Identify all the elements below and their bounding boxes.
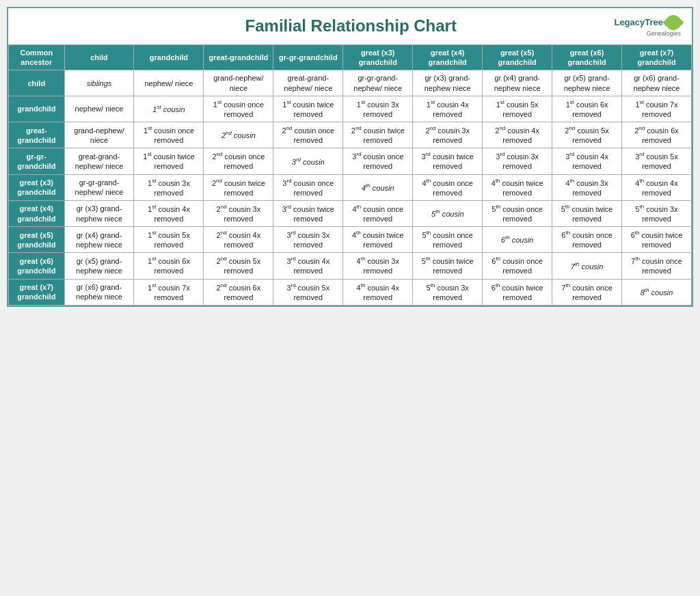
cell-6-7: 6th cousin once removed [552, 227, 622, 253]
cell-0-6: gr (x4) grand-nephew niece [483, 70, 552, 96]
cell-6-3: 3rd cousin 3x removed [273, 227, 343, 253]
cell-7-8: 7th cousin once removed [622, 253, 692, 279]
cell-3-0: great-grand-nephew/ niece [64, 148, 134, 174]
cell-8-4: 4th cousin 4x removed [343, 279, 413, 305]
cell-2-2: 2nd cousin [204, 122, 273, 148]
cell-6-8: 6th cousin twice removed [622, 227, 692, 253]
cell-5-2: 2nd cousin 3x removed [204, 200, 273, 226]
table-row: great-grandchildgrand-nephew/ niece1st c… [9, 122, 692, 148]
table-row: great (x6) grandchildgr (x5) grand-nephe… [9, 253, 692, 279]
cell-3-7: 3rd cousin 4x removed [552, 148, 622, 174]
cell-1-2: 1st cousin once removed [204, 96, 273, 122]
cell-1-3: 1st cousin twice removed [273, 96, 343, 122]
cell-8-7: 7th cousin once removed [552, 279, 622, 305]
cell-7-3: 3rd cousin 4x removed [273, 253, 343, 279]
cell-0-2: grand-nephew/ niece [204, 70, 273, 96]
row-header-2: great-grandchild [9, 122, 65, 148]
cell-2-3: 2nd cousin once removed [273, 122, 343, 148]
cell-8-3: 3rd cousin 5x removed [273, 279, 343, 305]
cell-0-0: siblings [64, 70, 134, 96]
cell-3-8: 3rd cousin 5x removed [622, 148, 692, 174]
row-header-0: child [9, 70, 65, 96]
header-col-9: great (x7) grandchild [622, 44, 692, 70]
cell-3-5: 3rd cousin twice removed [413, 148, 483, 174]
cell-4-7: 4th cousin 3x removed [552, 174, 622, 200]
cell-5-8: 5th cousin 3x removed [622, 200, 692, 226]
cell-6-4: 4th cousin twice removed [343, 227, 413, 253]
cell-5-1: 1st cousin 4x removed [134, 200, 204, 226]
cell-1-8: 1st cousin 7x removed [622, 96, 692, 122]
cell-5-0: gr (x3) grand-nephew niece [64, 200, 134, 226]
row-header-1: grandchild [9, 96, 65, 122]
cell-5-3: 3rd cousin twice removed [273, 200, 343, 226]
cell-5-6: 5th cousin once removed [483, 200, 552, 226]
row-header-3: gr-gr-grandchild [9, 148, 65, 174]
cell-4-1: 1st cousin 3x removed [134, 174, 204, 200]
cell-3-1: 1st cousin twice removed [134, 148, 204, 174]
cell-6-6: 6th cousin [483, 227, 552, 253]
cell-8-8: 8th cousin [622, 279, 692, 305]
cell-1-0: nephew/ niece [64, 96, 134, 122]
cell-7-1: 1st cousin 6x removed [134, 253, 204, 279]
cell-7-7: 7th cousin [552, 253, 622, 279]
cell-6-2: 2nd cousin 4x removed [204, 227, 273, 253]
cell-1-4: 1st cousin 3x removed [343, 96, 413, 122]
chart-title: Familial Relationship Chart [88, 16, 614, 36]
cell-3-6: 3rd cousin 3x removed [483, 148, 552, 174]
row-header-8: great (x7) grandchild [9, 279, 65, 305]
cell-3-4: 3rd cousin once removed [343, 148, 413, 174]
cell-2-8: 2nd cousin 6x removed [622, 122, 692, 148]
logo-sub: Genealogies [646, 30, 681, 38]
cell-4-8: 4th cousin 4x removed [622, 174, 692, 200]
row-header-5: great (x4) grandchild [9, 200, 65, 226]
cell-3-2: 2nd cousin once removed [204, 148, 273, 174]
chart-header: Familial Relationship Chart LegacyTree G… [8, 8, 692, 44]
header-col-4: gr-gr-grandchild [273, 44, 343, 70]
logo-name: LegacyTree [614, 17, 663, 28]
row-header-4: great (x3) grandchild [9, 174, 65, 200]
cell-0-4: gr-gr-grand-nephew/ niece [343, 70, 413, 96]
cell-8-1: 1st cousin 7x removed [134, 279, 204, 305]
table-row: great (x7) grandchildgr (x6) grand-nephe… [9, 279, 692, 305]
cell-0-8: gr (x6) grand-nephew niece [622, 70, 692, 96]
cell-4-5: 4th cousin once removed [413, 174, 483, 200]
cell-8-2: 2nd cousin 6x removed [204, 279, 273, 305]
cell-7-5: 5th cousin twice removed [413, 253, 483, 279]
cell-1-5: 1st cousin 4x removed [413, 96, 483, 122]
header-col-2: grandchild [134, 44, 204, 70]
row-header-6: great (x5) grandchild [9, 227, 65, 253]
cell-2-1: 1st cousin once removed [134, 122, 204, 148]
cell-3-3: 3rd cousin [273, 148, 343, 174]
cell-2-5: 2nd cousin 3x removed [413, 122, 483, 148]
cell-1-1: 1st cousin [134, 96, 204, 122]
cell-5-5: 5th cousin [413, 200, 483, 226]
header-row: Common ancestorchildgrandchildgreat-gran… [9, 44, 692, 70]
cell-0-5: gr (x3) grand-nephew niece [413, 70, 483, 96]
header-col-1: child [64, 44, 134, 70]
cell-2-7: 2nd cousin 5x removed [552, 122, 622, 148]
cell-1-6: 1st cousin 5x removed [483, 96, 552, 122]
header-col-6: great (x4) grandchild [413, 44, 483, 70]
relationship-table: Common ancestorchildgrandchildgreat-gran… [8, 44, 692, 306]
header-col-8: great (x6) grandchild [552, 44, 622, 70]
cell-5-4: 4th cousin once removed [343, 200, 413, 226]
cell-5-7: 5th cousin twice removed [552, 200, 622, 226]
cell-0-3: great-grand-nephew/ niece [273, 70, 343, 96]
table-row: grandchildnephew/ niece1st cousin1st cou… [9, 96, 692, 122]
header-col-3: great-grandchild [204, 44, 273, 70]
cell-2-6: 2nd cousin 4x removed [483, 122, 552, 148]
cell-8-6: 6th cousin twice removed [483, 279, 552, 305]
logo: LegacyTree Genealogies [614, 15, 681, 38]
cell-4-0: gr-gr-grand-nephew/ niece [64, 174, 134, 200]
row-header-7: great (x6) grandchild [9, 253, 65, 279]
cell-1-7: 1st cousin 6x removed [552, 96, 622, 122]
table-row: great (x5) grandchildgr (x4) grand-nephe… [9, 227, 692, 253]
cell-7-2: 2nd cousin 5x removed [204, 253, 273, 279]
cell-4-3: 3rd cousin once removed [273, 174, 343, 200]
cell-7-6: 6th cousin once removed [483, 253, 552, 279]
table-row: great (x4) grandchildgr (x3) grand-nephe… [9, 200, 692, 226]
header-col-5: great (x3) grandchild [343, 44, 413, 70]
cell-8-0: gr (x6) grand-nephew niece [64, 279, 134, 305]
header-col-7: great (x5) grandchild [483, 44, 552, 70]
cell-0-1: nephew/ niece [134, 70, 204, 96]
